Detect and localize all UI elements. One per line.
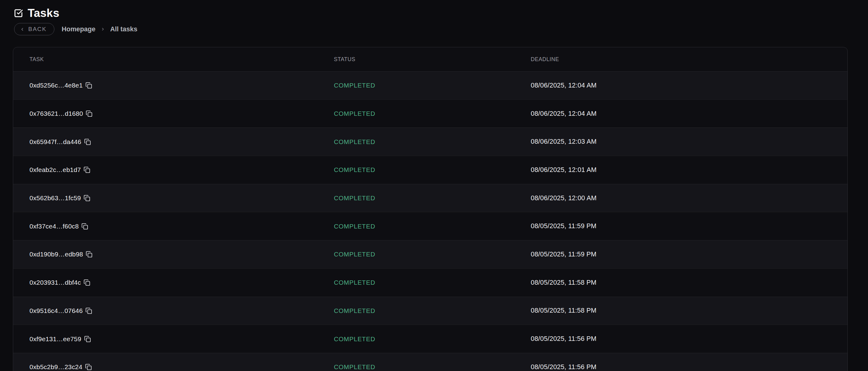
deadline-cell: 08/05/2025, 11:58 PM (531, 279, 847, 286)
back-button-label: BACK (28, 26, 47, 33)
deadline-text: 08/05/2025, 11:56 PM (531, 363, 596, 371)
deadline-text: 08/06/2025, 12:03 AM (531, 138, 596, 145)
task-cell: 0xf37ce4…f60c8 (30, 223, 334, 230)
table-row[interactable]: 0xf37ce4…f60c8 COMPLETED 08/05/2025, 11:… (13, 212, 847, 240)
task-id: 0x562b63…1fc59 (30, 194, 81, 202)
column-header-task: TASK (30, 56, 334, 63)
deadline-text: 08/06/2025, 12:04 AM (531, 110, 596, 117)
table-row[interactable]: 0x65947f…da446 COMPLETED 08/06/2025, 12:… (13, 127, 847, 156)
task-id: 0x65947f…da446 (30, 138, 82, 146)
task-cell: 0x763621…d1680 (30, 110, 334, 117)
table-row[interactable]: 0xd190b9…edb98 COMPLETED 08/05/2025, 11:… (13, 240, 847, 269)
task-cell: 0x562b63…1fc59 (30, 194, 334, 202)
status-badge: COMPLETED (334, 194, 375, 202)
table-row[interactable]: 0xfeab2c…eb1d7 COMPLETED 08/06/2025, 12:… (13, 156, 847, 184)
table-row[interactable]: 0xb5c2b9…23c24 COMPLETED 08/05/2025, 11:… (13, 353, 847, 371)
status-cell: COMPLETED (334, 223, 531, 230)
copy-icon[interactable] (86, 251, 92, 258)
deadline-text: 08/05/2025, 11:56 PM (531, 335, 596, 342)
copy-icon[interactable] (84, 138, 91, 145)
copy-icon[interactable] (85, 307, 92, 314)
table-row[interactable]: 0x9516c4…07646 COMPLETED 08/05/2025, 11:… (13, 297, 847, 325)
copy-icon[interactable] (82, 223, 88, 230)
task-id: 0xfeab2c…eb1d7 (30, 166, 81, 174)
table-header-row: TASK STATUS DEADLINE (13, 47, 847, 71)
task-id: 0x203931…dbf4c (30, 279, 81, 286)
status-cell: COMPLETED (334, 138, 531, 146)
task-id: 0xd190b9…edb98 (30, 251, 83, 258)
copy-icon[interactable] (86, 110, 92, 117)
task-cell: 0xb5c2b9…23c24 (30, 363, 334, 371)
status-cell: COMPLETED (334, 335, 531, 343)
deadline-cell: 08/05/2025, 11:59 PM (531, 222, 847, 230)
deadline-cell: 08/06/2025, 12:01 AM (531, 166, 847, 174)
table-row[interactable]: 0xf9e131…ee759 COMPLETED 08/05/2025, 11:… (13, 324, 847, 353)
task-cell: 0xfeab2c…eb1d7 (30, 166, 334, 174)
task-id: 0x763621…d1680 (30, 110, 83, 117)
chevron-left-icon (20, 27, 25, 32)
status-badge: COMPLETED (334, 279, 375, 286)
deadline-cell: 08/05/2025, 11:58 PM (531, 307, 847, 314)
copy-icon[interactable] (85, 364, 92, 370)
status-badge: COMPLETED (334, 138, 375, 145)
status-cell: COMPLETED (334, 194, 531, 202)
task-id: 0x9516c4…07646 (30, 307, 83, 314)
task-cell: 0x203931…dbf4c (30, 279, 334, 286)
copy-icon[interactable] (84, 336, 91, 342)
table-row[interactable]: 0xd5256c…4e8e1 COMPLETED 08/06/2025, 12:… (13, 71, 847, 99)
task-id: 0xb5c2b9…23c24 (30, 363, 82, 371)
copy-icon[interactable] (85, 82, 92, 89)
status-badge: COMPLETED (334, 307, 375, 314)
status-cell: COMPLETED (334, 279, 531, 286)
task-id: 0xd5256c…4e8e1 (30, 82, 83, 89)
table-body: 0xd5256c…4e8e1 COMPLETED 08/06/2025, 12:… (13, 71, 847, 371)
back-button[interactable]: BACK (14, 23, 54, 35)
table-row[interactable]: 0x562b63…1fc59 COMPLETED 08/06/2025, 12:… (13, 184, 847, 212)
deadline-text: 08/05/2025, 11:59 PM (531, 222, 596, 230)
table-row[interactable]: 0x203931…dbf4c COMPLETED 08/05/2025, 11:… (13, 269, 847, 297)
status-badge: COMPLETED (334, 223, 375, 230)
copy-icon[interactable] (84, 279, 90, 286)
breadcrumb: Homepage All tasks (62, 26, 137, 33)
deadline-text: 08/05/2025, 11:58 PM (531, 279, 596, 286)
page-header: Tasks BACK Homepage All tasks (0, 0, 868, 35)
column-header-deadline: DEADLINE (531, 56, 847, 63)
breadcrumb-all-tasks: All tasks (110, 26, 137, 33)
deadline-cell: 08/06/2025, 12:00 AM (531, 194, 847, 202)
status-badge: COMPLETED (334, 82, 375, 89)
deadline-cell: 08/06/2025, 12:03 AM (531, 138, 847, 146)
copy-icon[interactable] (84, 166, 90, 173)
deadline-text: 08/05/2025, 11:59 PM (531, 251, 596, 258)
task-cell: 0x65947f…da446 (30, 138, 334, 146)
status-cell: COMPLETED (334, 363, 531, 371)
deadline-text: 08/05/2025, 11:58 PM (531, 307, 596, 314)
breadcrumb-homepage[interactable]: Homepage (62, 26, 95, 33)
deadline-text: 08/06/2025, 12:00 AM (531, 194, 596, 202)
deadline-cell: 08/06/2025, 12:04 AM (531, 82, 847, 89)
task-id: 0xf9e131…ee759 (30, 335, 82, 343)
page-title: Tasks (28, 7, 59, 20)
column-header-status: STATUS (334, 56, 531, 63)
task-id: 0xf37ce4…f60c8 (30, 223, 79, 230)
deadline-text: 08/06/2025, 12:04 AM (531, 82, 596, 89)
check-square-icon (14, 9, 23, 18)
status-badge: COMPLETED (334, 166, 375, 173)
status-cell: COMPLETED (334, 82, 531, 89)
tasks-table: TASK STATUS DEADLINE 0xd5256c…4e8e1 COMP… (13, 47, 848, 371)
status-cell: COMPLETED (334, 307, 531, 314)
deadline-cell: 08/05/2025, 11:56 PM (531, 335, 847, 343)
table-row[interactable]: 0x763621…d1680 COMPLETED 08/06/2025, 12:… (13, 99, 847, 128)
task-cell: 0xf9e131…ee759 (30, 335, 334, 343)
status-cell: COMPLETED (334, 251, 531, 258)
status-cell: COMPLETED (334, 166, 531, 174)
task-cell: 0x9516c4…07646 (30, 307, 334, 314)
deadline-cell: 08/06/2025, 12:04 AM (531, 110, 847, 118)
copy-icon[interactable] (84, 195, 90, 202)
task-cell: 0xd5256c…4e8e1 (30, 82, 334, 89)
status-badge: COMPLETED (334, 363, 375, 370)
status-badge: COMPLETED (334, 335, 375, 342)
chevron-right-icon (101, 27, 105, 31)
task-cell: 0xd190b9…edb98 (30, 251, 334, 258)
deadline-text: 08/06/2025, 12:01 AM (531, 166, 596, 174)
deadline-cell: 08/05/2025, 11:59 PM (531, 251, 847, 258)
